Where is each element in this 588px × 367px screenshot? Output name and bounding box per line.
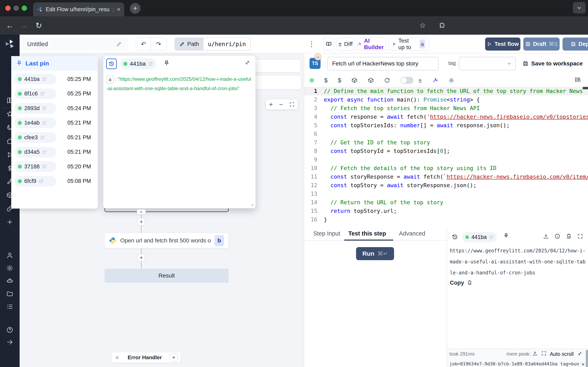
- pin-id-chip[interactable]: d34a5: [15, 147, 56, 157]
- expand-log-icon[interactable]: [541, 351, 546, 356]
- clipboard-icon[interactable]: [566, 234, 572, 239]
- pin-id-chip[interactable]: 6fcf9: [15, 176, 56, 187]
- tab-close-icon[interactable]: ×: [117, 6, 121, 13]
- run-button[interactable]: Run ⌘↵: [356, 247, 394, 260]
- reload-button[interactable]: ↻: [33, 19, 45, 32]
- workers-icon[interactable]: [6, 277, 13, 284]
- pin-keep-icon[interactable]: [503, 233, 509, 239]
- pin-row[interactable]: 2893d05:24 PM: [11, 102, 98, 114]
- history-icon[interactable]: [452, 234, 458, 240]
- tab-test-this-step[interactable]: Test this step: [348, 230, 386, 237]
- pin-id-chip[interactable]: 441ba: [15, 74, 56, 84]
- redo-button[interactable]: ↷: [151, 38, 166, 50]
- browser-toolbar: ← → ↻ app.windmill.dev/flows/edit/u/henr…: [0, 16, 588, 35]
- tab-advanced[interactable]: Advanced: [399, 230, 425, 237]
- pin-row[interactable]: 1e4ab05:21 PM: [11, 117, 98, 129]
- path-button[interactable]: Path u/henri/pin: [174, 38, 251, 50]
- new-tab-button[interactable]: +: [130, 3, 140, 14]
- deploy-button[interactable]: Deploy: [562, 38, 588, 50]
- ai-wand-icon[interactable]: [432, 77, 438, 83]
- code-editor[interactable]: 1// Define the main function to fetch th…: [304, 86, 588, 227]
- pin-id-chip[interactable]: 6f1c6: [15, 89, 56, 99]
- pin-id-chip[interactable]: 37188: [15, 161, 56, 172]
- reload-icon[interactable]: [384, 77, 390, 83]
- result-node[interactable]: Result: [104, 269, 229, 283]
- zoom-out-icon[interactable]: −: [279, 101, 283, 108]
- draft-button[interactable]: Draft ⌘S: [523, 38, 560, 50]
- tab-step-input[interactable]: Step Input: [313, 230, 340, 237]
- diff-mode-toggle[interactable]: [400, 77, 414, 84]
- pin-row[interactable]: 3718805:20 PM: [11, 160, 98, 173]
- browser-tab[interactable]: Edit Flow u/henri/pin_results | ×: [33, 2, 124, 16]
- insert-step-button[interactable]: +: [138, 254, 145, 262]
- help-icon[interactable]: [6, 326, 13, 333]
- fullscreen-icon[interactable]: [577, 234, 583, 239]
- test-up-to-button[interactable]: Test up to a: [388, 38, 429, 50]
- pin-row[interactable]: d34a505:21 PM: [11, 146, 98, 158]
- variables-dollar-icon[interactable]: $: [324, 77, 328, 84]
- diff-plus-minus-icon[interactable]: ±: [418, 77, 422, 84]
- chevron-down-icon: [507, 61, 512, 66]
- download-log-icon[interactable]: [532, 351, 537, 356]
- fit-view-icon[interactable]: [289, 102, 295, 107]
- undo-button[interactable]: ↶: [136, 38, 151, 50]
- result-key-chip[interactable]: a: [106, 75, 114, 83]
- vertical-scrollbar-thumb[interactable]: [586, 350, 588, 367]
- pin-id-chip[interactable]: cfee3: [15, 132, 56, 143]
- pin-keep-icon[interactable]: [164, 60, 170, 66]
- pin-row[interactable]: 6fcf905:08 PM: [11, 175, 98, 187]
- pin-row[interactable]: 6f1c605:25 PM: [11, 88, 98, 100]
- bookmark-star-icon[interactable]: ☆: [416, 19, 429, 32]
- expand-sidebar-icon[interactable]: [6, 339, 13, 346]
- windmill-logo[interactable]: [5, 39, 15, 49]
- window-close-button[interactable]: [5, 6, 11, 11]
- docs-book-button[interactable]: [323, 38, 334, 50]
- logs-icon[interactable]: [6, 303, 13, 310]
- pin-row[interactable]: cfee305:21 PM: [11, 131, 98, 143]
- expand-popup-icon[interactable]: [244, 59, 251, 66]
- flow-step-node-b[interactable]: Open url and fetch first 500 words of ..…: [104, 233, 229, 248]
- info-icon[interactable]: [554, 234, 560, 239]
- settings-icon[interactable]: [6, 265, 13, 272]
- window-minimize-button[interactable]: [13, 6, 19, 11]
- back-button[interactable]: ←: [4, 19, 16, 32]
- resize-handle-icon[interactable]: [249, 201, 254, 207]
- tab-search-chevron-button[interactable]: [573, 2, 586, 13]
- history-toggle-button[interactable]: [106, 58, 117, 69]
- plus-icon[interactable]: [6, 218, 13, 225]
- test-flow-button[interactable]: Test flow: [485, 38, 520, 50]
- result-pin-chip[interactable]: 441ba: [462, 232, 497, 242]
- forward-button[interactable]: →: [18, 19, 30, 32]
- insert-step-button[interactable]: +: [138, 218, 145, 226]
- error-handler-node[interactable]: Error Handler +: [112, 352, 181, 363]
- pin-row[interactable]: 441ba05:25 PM: [11, 73, 98, 85]
- folders-icon[interactable]: [6, 290, 13, 297]
- window-zoom-button[interactable]: [22, 6, 27, 11]
- pin-id-chip[interactable]: 1e4ab: [15, 118, 56, 128]
- flow-name-input[interactable]: Untitled: [21, 38, 128, 50]
- save-to-workspace-button[interactable]: Save to workspace: [523, 57, 583, 70]
- resources-dollar-icon[interactable]: $: [338, 77, 341, 84]
- success-dot: [18, 121, 22, 125]
- extensions-icon[interactable]: [436, 19, 448, 32]
- pin-id-chip[interactable]: 2893d: [15, 103, 56, 114]
- diff-button[interactable]: ± Diff: [337, 38, 355, 50]
- copy-button[interactable]: Copy: [450, 280, 472, 286]
- tag-select[interactable]: [459, 57, 516, 70]
- download-icon[interactable]: [543, 234, 549, 239]
- code-line: 12 const topStory = await storyResponse.…: [304, 181, 588, 190]
- flow-menu-kebab-icon[interactable]: ⋮: [306, 38, 317, 50]
- user-icon[interactable]: [6, 252, 13, 259]
- settings-gear-icon[interactable]: [448, 77, 454, 83]
- ai-builder-button[interactable]: AI Builder: [357, 38, 386, 50]
- add-error-handler-button[interactable]: +: [170, 353, 178, 361]
- zoom-in-icon[interactable]: +: [269, 101, 273, 108]
- collapse-node-chevron-button[interactable]: [137, 209, 146, 215]
- magic-wand-icon: [357, 42, 362, 47]
- autoscroll-checkbox[interactable]: ✓: [578, 350, 582, 357]
- step-name-input[interactable]: Fetch url of HackerNews top story: [327, 57, 439, 70]
- library-icon[interactable]: [574, 76, 581, 83]
- package-icon[interactable]: [351, 77, 357, 83]
- pin-id-chip[interactable]: 441ba: [120, 58, 156, 69]
- package-icon[interactable]: [368, 77, 374, 83]
